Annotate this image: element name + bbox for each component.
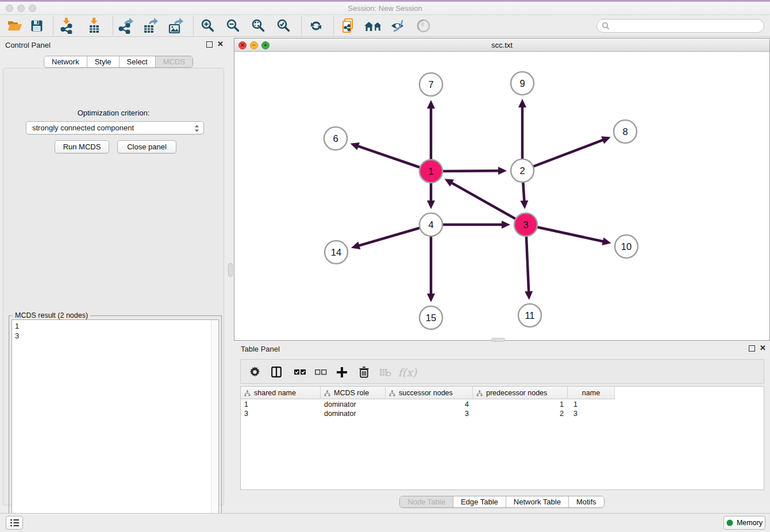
select-stepper-icon (194, 124, 199, 133)
network-view-window: ✕ − + scc.txt 1234678910111415 (234, 38, 770, 341)
refresh-icon (309, 18, 324, 33)
duplicate-network-button[interactable] (340, 17, 357, 34)
show-column-panel-button[interactable] (268, 360, 284, 384)
toolbar-separator (193, 17, 194, 35)
search-input[interactable] (610, 21, 764, 31)
zoom-selected-button[interactable] (275, 17, 292, 34)
float-panel-icon[interactable] (206, 41, 213, 48)
home-networks-button[interactable] (363, 17, 384, 34)
mcds-result-text[interactable]: 13 (11, 319, 219, 529)
save-session-button[interactable] (28, 17, 45, 34)
column-header-predecessor-nodes[interactable]: predecessor nodes (473, 387, 568, 399)
tab-node-table[interactable]: Node Table (400, 496, 453, 507)
trash-icon (359, 367, 369, 378)
search-icon (602, 22, 610, 30)
create-column-button[interactable] (333, 360, 351, 384)
zoom-out-button[interactable] (225, 17, 242, 34)
tab-select[interactable]: Select (119, 56, 155, 67)
arrowhead-4-15 (427, 294, 435, 302)
import-table-button[interactable] (86, 17, 103, 34)
tab-style[interactable]: Style (87, 56, 119, 67)
node-label-9: 9 (519, 78, 525, 88)
table-row-3[interactable]: 3dominator323 (241, 409, 615, 418)
export-table-button[interactable] (141, 17, 159, 34)
table-row-1[interactable]: 1dominator411 (241, 400, 615, 409)
table-panel: Table Panel ✕ (234, 342, 770, 513)
close-panel-button[interactable]: Close panel (117, 140, 176, 153)
inactive-eye-icon (416, 18, 431, 33)
table-settings-button[interactable] (247, 360, 263, 384)
column-header-MCDS-role[interactable]: MCDS role (321, 387, 386, 399)
delete-columns-button[interactable] (356, 360, 372, 384)
cell-shared-name[interactable]: 3 (241, 409, 321, 418)
arrowhead-1-4 (427, 201, 435, 209)
checked-boxes-icon (294, 368, 306, 376)
node-label-8: 8 (622, 126, 627, 137)
arrowhead-2-9 (518, 99, 526, 107)
open-session-button[interactable] (6, 17, 23, 34)
node-label-6: 6 (333, 133, 338, 144)
table-header-row: shared nameMCDS rolesuccessor nodesprede… (241, 387, 615, 399)
cell-predecessor-nodes[interactable]: 1 (473, 400, 568, 409)
unselect-all-columns-button[interactable] (312, 360, 329, 384)
function-builder-button[interactable]: f(x) (397, 360, 418, 384)
tab-network[interactable]: Network (44, 56, 87, 67)
memory-button[interactable]: Memory (723, 516, 765, 530)
memory-label: Memory (737, 519, 763, 527)
show-hide-graphics-button[interactable] (389, 17, 406, 34)
arrowhead-3-11 (525, 291, 533, 300)
column-header-label: MCDS role (334, 389, 369, 397)
edge-3-1[interactable] (451, 183, 526, 225)
cell-successor-nodes[interactable]: 3 (386, 409, 473, 418)
toolbar-separator (333, 17, 334, 35)
tab-edge-table[interactable]: Edge Table (453, 496, 506, 507)
duplicate-network-icon (340, 18, 356, 34)
import-network-button[interactable] (58, 17, 75, 34)
tab-motifs[interactable]: Motifs (568, 496, 604, 507)
main-toolbar (0, 15, 770, 37)
horizontal-split-grip[interactable] (491, 338, 505, 342)
cell-MCDS-role[interactable]: dominator (321, 400, 386, 409)
export-image-button[interactable] (167, 17, 184, 34)
column-header-shared-name[interactable]: shared name (241, 387, 321, 399)
inactive-eye-button[interactable] (415, 17, 432, 34)
cell-shared-name[interactable]: 1 (241, 400, 321, 409)
cell-MCDS-role[interactable]: dominator (321, 409, 386, 418)
delete-table-button[interactable] (376, 360, 394, 384)
export-network-button[interactable] (117, 17, 134, 34)
optimization-criterion-select[interactable]: strongly connected component (26, 121, 204, 134)
close-panel-icon[interactable]: ✕ (217, 40, 224, 48)
zoom-in-button[interactable] (199, 17, 217, 34)
run-mcds-button[interactable]: Run MCDS (55, 140, 109, 153)
columns-icon (271, 367, 282, 377)
edge-2-8[interactable] (522, 140, 604, 171)
zoom-in-icon (201, 18, 215, 33)
network-canvas[interactable]: 1234678910111415 (234, 52, 769, 340)
vertical-split-grip[interactable] (228, 263, 233, 277)
zoom-fit-button[interactable] (250, 17, 267, 34)
zoom-selected-icon (276, 18, 291, 33)
cell-predecessor-nodes[interactable]: 2 (473, 409, 568, 418)
control-panel-header: Control Panel ✕ (0, 38, 228, 53)
column-header-successor-nodes[interactable]: successor nodes (386, 387, 473, 399)
window-title: Session: New Session (0, 4, 770, 13)
float-table-panel-icon[interactable] (749, 345, 755, 352)
toolbar-separator (113, 17, 113, 35)
refresh-view-button[interactable] (307, 17, 325, 34)
column-header-label: predecessor nodes (486, 389, 547, 397)
result-scrollbar[interactable] (211, 320, 218, 529)
select-all-columns-button[interactable] (291, 360, 309, 384)
tab-mcds[interactable]: MCDS (155, 56, 192, 67)
column-header-name[interactable]: name (568, 387, 615, 399)
close-table-panel-icon[interactable]: ✕ (760, 344, 766, 352)
mcds-result-group: MCDS result (2 nodes) 13 (9, 315, 222, 532)
cell-name[interactable]: 3 (568, 409, 615, 418)
tab-network-table[interactable]: Network Table (506, 496, 568, 507)
export-network-icon (117, 18, 133, 34)
optimization-criterion-label: Optimization criterion: (3, 109, 224, 117)
cell-name[interactable]: 1 (568, 400, 615, 409)
cell-successor-nodes[interactable]: 4 (386, 400, 473, 409)
task-history-button[interactable] (6, 516, 23, 530)
column-header-label: shared name (254, 389, 296, 397)
network-graph: 1234678910111415 (234, 52, 769, 340)
